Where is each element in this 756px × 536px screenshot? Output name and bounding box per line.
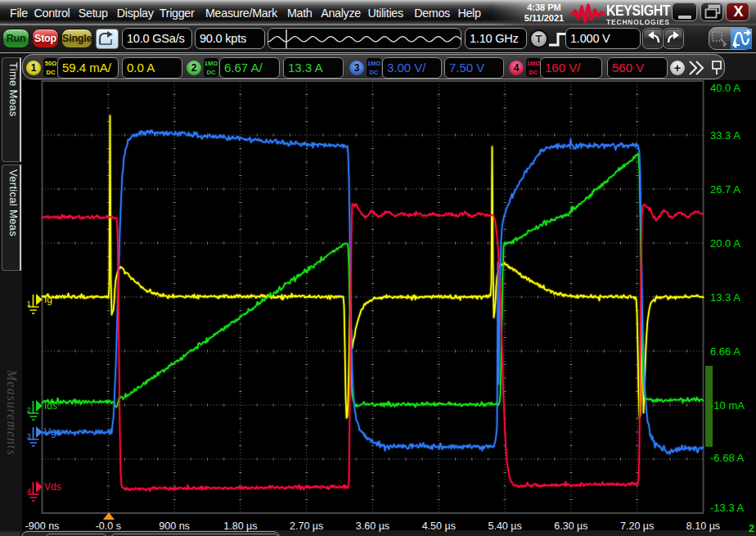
svg-text:33.3 A: 33.3 A xyxy=(710,129,740,142)
svg-text:6.30 µs: 6.30 µs xyxy=(554,520,587,532)
svg-text:7.20 µs: 7.20 µs xyxy=(620,520,654,532)
svg-text:1: 1 xyxy=(27,299,31,308)
svg-text:Ids: Ids xyxy=(44,400,57,412)
svg-text:2.70 µs: 2.70 µs xyxy=(290,520,323,532)
svg-text:2: 2 xyxy=(749,522,754,534)
svg-text:26.7 A: 26.7 A xyxy=(710,183,740,196)
svg-text:900 ns: 900 ns xyxy=(159,520,190,532)
svg-text:13.3 A: 13.3 A xyxy=(710,291,740,304)
svg-text:4.50 µs: 4.50 µs xyxy=(422,520,456,532)
svg-text:-0.0 s: -0.0 s xyxy=(96,520,121,532)
svg-text:-13.3 A: -13.3 A xyxy=(710,502,745,514)
svg-text:-10 mA: -10 mA xyxy=(710,399,745,412)
svg-text:6.66 A: 6.66 A xyxy=(710,345,740,358)
svg-text:3.60 µs: 3.60 µs xyxy=(356,520,389,532)
svg-text:1.80 µs: 1.80 µs xyxy=(223,520,257,532)
svg-text:3: 3 xyxy=(27,431,31,440)
svg-text:Vds: Vds xyxy=(44,481,61,493)
svg-text:-6.68 A: -6.68 A xyxy=(710,452,745,464)
svg-text:4: 4 xyxy=(27,486,31,495)
svg-text:Ig: Ig xyxy=(44,294,52,305)
svg-text:-900 ns: -900 ns xyxy=(25,520,60,532)
svg-text:40.0 A: 40.0 A xyxy=(710,82,740,94)
svg-text:20.0 A: 20.0 A xyxy=(710,237,740,250)
svg-text:Vgs: Vgs xyxy=(44,426,61,438)
svg-text:2: 2 xyxy=(27,405,31,414)
svg-text:8.10 µs: 8.10 µs xyxy=(686,520,720,532)
svg-text:5.40 µs: 5.40 µs xyxy=(488,520,521,532)
